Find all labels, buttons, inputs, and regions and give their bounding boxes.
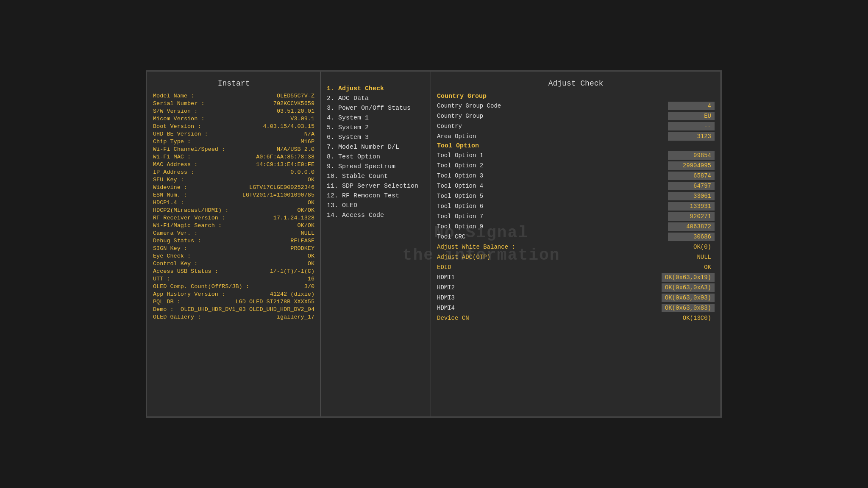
adjust-label: Tool Option 2 — [437, 162, 483, 169]
menu-item[interactable]: 3. Power On/Off Status — [327, 105, 425, 112]
info-value: 702KCCVK5659 — [273, 100, 314, 107]
adjust-value: 29904995 — [668, 161, 715, 170]
menu-item[interactable]: 2. ADC Data — [327, 95, 425, 102]
info-value: OK/OK — [297, 207, 314, 214]
info-label: UHD BE Version : — [153, 131, 208, 137]
left-info-row: Widevine :LGTV17CLGE000252346 — [153, 184, 314, 191]
adjust-row: Tool Option 199854 — [437, 151, 715, 160]
main-screen: Instart Model Name :OLED55C7V-ZSerial Nu… — [146, 70, 722, 418]
adjust-label: Tool Option 1 — [437, 152, 483, 159]
adjust-value: 65874 — [668, 172, 715, 180]
info-value: PRODKEY — [290, 245, 314, 252]
info-value: N/A — [304, 131, 314, 137]
info-label: OLED Comp. Count(OffRS/JB) : — [153, 283, 249, 290]
info-value: 1/-1(T)/-1(C) — [270, 268, 314, 274]
menu-item[interactable]: 13. OLED — [327, 202, 425, 209]
adjust-label: Area Option — [437, 133, 476, 140]
left-info-row: Eye Check :OK — [153, 253, 314, 259]
left-info-table: Model Name :OLED55C7V-ZSerial Number :70… — [153, 93, 314, 320]
left-panel: Instart Model Name :OLED55C7V-ZSerial Nu… — [147, 72, 321, 416]
section-heading-label: Country Group — [437, 93, 487, 100]
info-label: Control Key : — [153, 261, 198, 267]
left-info-row: Access USB Status :1/-1(T)/-1(C) — [153, 268, 314, 274]
left-info-row: Debug Status :RELEASE — [153, 238, 314, 244]
left-info-row: App History Version :41242 (dixie) — [153, 291, 314, 297]
menu-list: 1. Adjust Check2. ADC Data3. Power On/Of… — [327, 79, 425, 219]
info-value: 4.03.15/4.03.15 — [263, 123, 314, 130]
section-heading: Tool Option — [437, 142, 715, 150]
adjust-value: 33061 — [668, 192, 715, 200]
left-info-row: Wi-Fi Channel/Speed :N/A/USB 2.0 — [153, 146, 314, 152]
adjust-value: OK(0x63,0xA3) — [662, 283, 715, 292]
info-value: NULL — [301, 230, 314, 236]
info-label: Debug Status : — [153, 238, 201, 244]
left-info-row: SFU Key :OK — [153, 177, 314, 183]
adjust-label: Country — [437, 123, 462, 130]
info-label: MAC Address : — [153, 161, 198, 168]
info-label: Demo : — [153, 306, 174, 313]
adjust-row: Country-- — [437, 122, 715, 130]
info-label: IP Address : — [153, 169, 194, 175]
adjust-check-sections: Country GroupCountry Group Code4Country … — [437, 93, 715, 322]
menu-item[interactable]: 12. RF Remocon Test — [327, 192, 425, 200]
info-value: 14:C9:13:E4:E0:FE — [256, 161, 314, 168]
info-label: OLED Gallery : — [153, 314, 201, 320]
adjust-label: Country Group Code — [437, 103, 501, 109]
info-value: 17.1.24.1328 — [273, 215, 314, 221]
info-label: SIGN Key : — [153, 245, 187, 252]
adjust-value: 30686 — [668, 233, 715, 241]
menu-item[interactable]: 14. Access Code — [327, 212, 425, 219]
adjust-row: HDMI3OK(0x63,0x93) — [437, 294, 715, 302]
left-info-row: UTT :16 — [153, 276, 314, 282]
info-value: 16 — [308, 276, 314, 282]
adjust-value: 4063872 — [668, 222, 715, 231]
adjust-row: Adjust White Balance :OK(0) — [437, 243, 715, 251]
adjust-row: Tool Option 533061 — [437, 192, 715, 200]
adjust-label: Device CN — [437, 315, 469, 322]
info-value: RELEASE — [290, 238, 314, 244]
info-value: OLED_UHD_HDR_DV1_03 OLED_UHD_HDR_DV2_04 — [181, 306, 314, 313]
adjust-row: Country GroupEU — [437, 112, 715, 120]
info-label: Widevine : — [153, 184, 187, 191]
left-info-row: IP Address :0.0.0.0 — [153, 169, 314, 175]
info-value: LGTV17CLGE000252346 — [249, 184, 314, 191]
info-label: Serial Number : — [153, 100, 205, 107]
info-value: OK — [308, 261, 314, 267]
left-info-row: S/W Version :03.51.20.01 — [153, 108, 314, 114]
menu-item[interactable]: 10. Stable Count — [327, 173, 425, 180]
info-label: Boot Version : — [153, 123, 201, 130]
menu-item[interactable]: 5. System 2 — [327, 124, 425, 131]
adjust-row: Device CNOK(13C0) — [437, 314, 715, 322]
left-info-row: SIGN Key :PRODKEY — [153, 245, 314, 252]
left-info-row: Micom Version :V3.09.1 — [153, 116, 314, 122]
left-info-row: HDCP1.4 :OK — [153, 200, 314, 206]
adjust-row: Tool Option 464797 — [437, 182, 715, 190]
info-value: 41242 (dixie) — [270, 291, 314, 297]
info-value: OK/OK — [297, 222, 314, 229]
menu-item[interactable]: 4. System 1 — [327, 114, 425, 122]
info-value: V3.09.1 — [290, 116, 314, 122]
left-info-row: PQL DB :LGD_OLED_SI2178B_XXXX55 — [153, 299, 314, 305]
adjust-value: EU — [668, 112, 715, 120]
menu-item[interactable]: 8. Test Option — [327, 153, 425, 161]
info-label: App History Version : — [153, 291, 225, 297]
info-label: Camera Ver. : — [153, 230, 198, 236]
info-value: LGD_OLED_SI2178B_XXXX55 — [236, 299, 314, 305]
adjust-row: Tool CRC30686 — [437, 233, 715, 241]
menu-item[interactable]: 7. Model Number D/L — [327, 144, 425, 151]
menu-item[interactable]: 9. Spread Spectrum — [327, 163, 425, 170]
left-info-row: Wi-Fi/Magic Search :OK/OK — [153, 222, 314, 229]
left-info-row: MAC Address :14:C9:13:E4:E0:FE — [153, 161, 314, 168]
menu-item[interactable]: 6. System 3 — [327, 134, 425, 141]
info-label: Access USB Status : — [153, 268, 218, 274]
info-value: igallery_17 — [277, 314, 314, 320]
info-label: Micom Version : — [153, 116, 205, 122]
menu-item[interactable]: 1. Adjust Check — [327, 85, 425, 92]
adjust-label: Tool Option 7 — [437, 213, 483, 220]
info-label: SFU Key : — [153, 177, 184, 183]
adjust-row: Tool Option 94063872 — [437, 222, 715, 231]
adjust-label: Tool Option 5 — [437, 193, 483, 200]
menu-item[interactable]: 11. SDP Server Selection — [327, 183, 425, 190]
left-info-row: Chip Type :M16P — [153, 139, 314, 145]
left-info-row: Demo :OLED_UHD_HDR_DV1_03 OLED_UHD_HDR_D… — [153, 306, 314, 313]
